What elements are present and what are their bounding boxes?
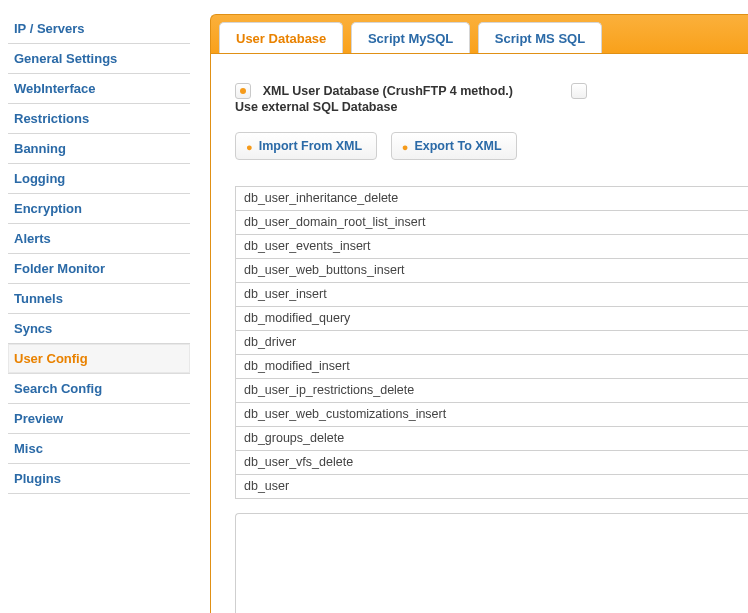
tab-bar: User Database Script MySQL Script MS SQL [210, 14, 748, 54]
settings-sidebar: IP / Servers General Settings WebInterfa… [8, 14, 190, 494]
tab-script-mysql[interactable]: Script MySQL [351, 22, 470, 54]
sidebar-item-encryption[interactable]: Encryption [8, 194, 190, 224]
list-item[interactable]: db_driver [236, 331, 748, 355]
sidebar-item-misc[interactable]: Misc [8, 434, 190, 464]
bullet-icon: ● [402, 141, 409, 153]
list-item[interactable]: db_modified_query [236, 307, 748, 331]
tab-script-mssql[interactable]: Script MS SQL [478, 22, 602, 54]
list-item[interactable]: db_user_events_insert [236, 235, 748, 259]
sidebar-item-search-config[interactable]: Search Config [8, 374, 190, 404]
list-item[interactable]: db_user_web_customizations_insert [236, 403, 748, 427]
sidebar-item-webinterface[interactable]: WebInterface [8, 74, 190, 104]
list-item[interactable]: db_modified_insert [236, 355, 748, 379]
sidebar-item-folder-monitor[interactable]: Folder Monitor [8, 254, 190, 284]
user-database-panel: XML User Database (CrushFTP 4 method.) U… [210, 54, 748, 613]
sidebar-item-user-config[interactable]: User Config [8, 344, 190, 374]
sidebar-item-general-settings[interactable]: General Settings [8, 44, 190, 74]
sidebar-item-alerts[interactable]: Alerts [8, 224, 190, 254]
bullet-icon: ● [246, 141, 253, 153]
radio-external-sql-database[interactable] [571, 83, 587, 99]
list-item[interactable]: db_user [236, 475, 748, 499]
list-item[interactable]: db_user_insert [236, 283, 748, 307]
radio-external-sql-database-label[interactable]: Use external SQL Database [235, 100, 397, 114]
list-item[interactable]: db_user_domain_root_list_insert [236, 211, 748, 235]
sidebar-item-ip-servers[interactable]: IP / Servers [8, 14, 190, 44]
tab-user-database[interactable]: User Database [219, 22, 343, 54]
import-from-xml-label: Import From XML [259, 139, 362, 153]
import-from-xml-button[interactable]: ●Import From XML [235, 132, 377, 160]
list-item[interactable]: db_user_web_buttons_insert [236, 259, 748, 283]
sidebar-item-restrictions[interactable]: Restrictions [8, 104, 190, 134]
sidebar-item-tunnels[interactable]: Tunnels [8, 284, 190, 314]
sidebar-item-logging[interactable]: Logging [8, 164, 190, 194]
export-to-xml-button[interactable]: ●Export To XML [391, 132, 517, 160]
export-to-xml-label: Export To XML [414, 139, 501, 153]
sql-query-textarea[interactable] [235, 513, 748, 613]
list-item[interactable]: db_groups_delete [236, 427, 748, 451]
list-item[interactable]: db_user_vfs_delete [236, 451, 748, 475]
sidebar-item-banning[interactable]: Banning [8, 134, 190, 164]
list-item[interactable]: db_user_inheritance_delete [236, 187, 748, 211]
list-item[interactable]: db_user_ip_restrictions_delete [236, 379, 748, 403]
main-panel: User Database Script MySQL Script MS SQL… [210, 14, 748, 613]
sidebar-item-syncs[interactable]: Syncs [8, 314, 190, 344]
sidebar-item-preview[interactable]: Preview [8, 404, 190, 434]
import-export-row: ●Import From XML ●Export To XML [235, 132, 748, 160]
radio-xml-user-database[interactable] [235, 83, 251, 99]
radio-xml-user-database-label[interactable]: XML User Database (CrushFTP 4 method.) [263, 84, 513, 98]
db-source-radio-group: XML User Database (CrushFTP 4 method.) U… [235, 82, 748, 114]
sidebar-item-plugins[interactable]: Plugins [8, 464, 190, 494]
db-key-list: db_user_inheritance_delete db_user_domai… [235, 186, 748, 499]
